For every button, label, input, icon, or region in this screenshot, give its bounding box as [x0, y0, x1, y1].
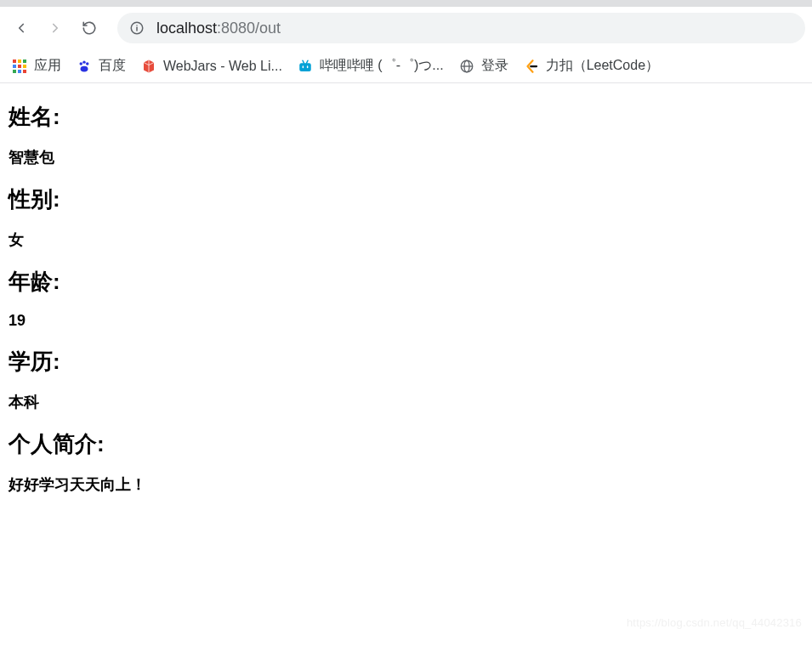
bookmark-label: 应用 — [34, 57, 61, 75]
edu-value: 本科 — [9, 392, 803, 412]
bookmark-bilibili[interactable]: 哔哩哔哩 (゜-゜)つ... — [298, 57, 444, 75]
apps-icon — [12, 59, 27, 74]
forward-button[interactable] — [41, 14, 70, 42]
bookmark-webjars[interactable]: WebJars - Web Li... — [141, 59, 282, 74]
bookmark-login[interactable]: 登录 — [459, 57, 508, 75]
svg-point-3 — [80, 62, 82, 65]
url-text: localhost:8080/out — [156, 20, 281, 37]
url-rest: :8080/out — [217, 20, 281, 37]
tab-strip — [0, 0, 812, 7]
name-value: 智慧包 — [9, 147, 803, 167]
leetcode-icon — [524, 59, 539, 74]
name-label: 姓名: — [9, 102, 803, 132]
page-content: 姓名: 智慧包 性别: 女 年龄: 19 学历: 本科 个人简介: 好好学习天天… — [0, 83, 812, 527]
bookmark-bar: 应用 百度 WebJars - Web Li... 哔哩哔哩 (゜-゜)つ...… — [0, 49, 812, 83]
svg-rect-7 — [299, 63, 311, 71]
svg-line-8 — [303, 60, 304, 63]
bookmark-label: WebJars - Web Li... — [163, 59, 282, 74]
edu-label: 学历: — [9, 347, 803, 377]
bookmark-leetcode[interactable]: 力扣（LeetCode） — [524, 57, 659, 75]
gender-value: 女 — [9, 230, 803, 250]
site-info-icon[interactable] — [129, 20, 145, 36]
bookmark-label: 登录 — [481, 57, 508, 75]
svg-rect-11 — [307, 65, 309, 68]
bookmark-apps[interactable]: 应用 — [12, 57, 61, 75]
age-label: 年龄: — [9, 267, 803, 297]
bio-value: 好好学习天天向上！ — [9, 474, 803, 495]
address-bar[interactable]: localhost:8080/out — [117, 13, 805, 43]
webjars-icon — [141, 59, 156, 74]
baidu-icon — [77, 59, 92, 74]
bookmark-label: 力扣（LeetCode） — [546, 57, 659, 75]
svg-point-6 — [81, 65, 88, 71]
globe-icon — [459, 59, 474, 74]
svg-point-4 — [82, 60, 85, 63]
bilibili-icon — [298, 59, 313, 74]
svg-rect-10 — [303, 65, 304, 68]
watermark: https://blog.csdn.net/qq_44042316 — [627, 616, 802, 629]
svg-line-9 — [306, 60, 308, 63]
bookmark-label: 百度 — [99, 57, 126, 75]
url-host: localhost — [156, 20, 217, 37]
bio-label: 个人简介: — [9, 429, 803, 459]
browser-toolbar: localhost:8080/out — [0, 7, 812, 49]
age-value: 19 — [9, 312, 803, 330]
back-button[interactable] — [7, 14, 36, 42]
gender-label: 性别: — [9, 184, 803, 214]
bookmark-label: 哔哩哔哩 (゜-゜)つ... — [320, 57, 444, 75]
svg-point-2 — [136, 25, 138, 26]
svg-point-5 — [86, 62, 88, 65]
bookmark-baidu[interactable]: 百度 — [77, 57, 126, 75]
reload-button[interactable] — [75, 14, 104, 42]
